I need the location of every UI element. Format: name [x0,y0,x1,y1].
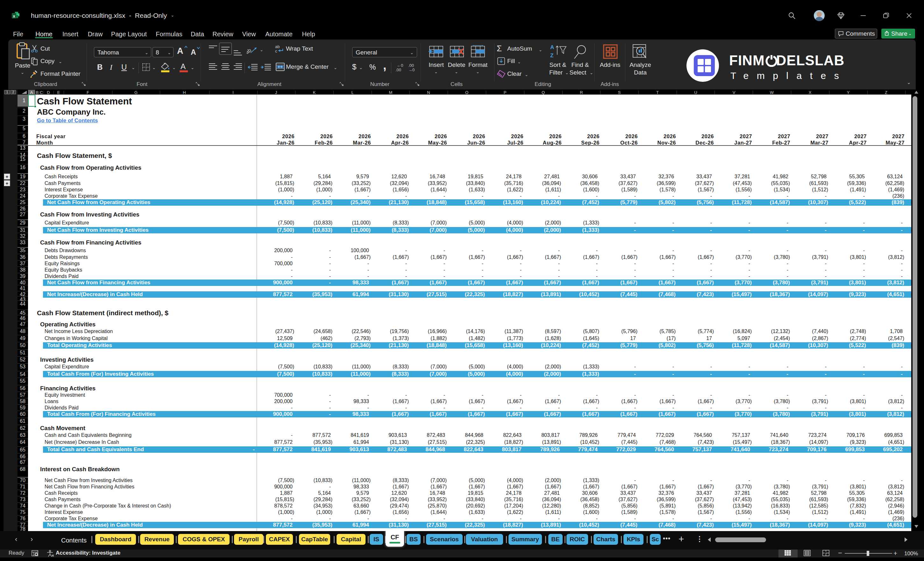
svg-text:ab: ab [247,48,252,55]
svg-text:.00: .00 [396,68,401,72]
svg-text:A: A [550,44,554,50]
svg-text:ab: ab [275,44,279,49]
svg-text:c: c [275,49,278,53]
svg-text:Z: Z [550,52,554,58]
svg-text:→0: →0 [408,68,414,72]
svg-text:.00: .00 [408,63,414,68]
svg-text:←0: ←0 [397,63,403,68]
svg-text:x: x [13,14,15,18]
